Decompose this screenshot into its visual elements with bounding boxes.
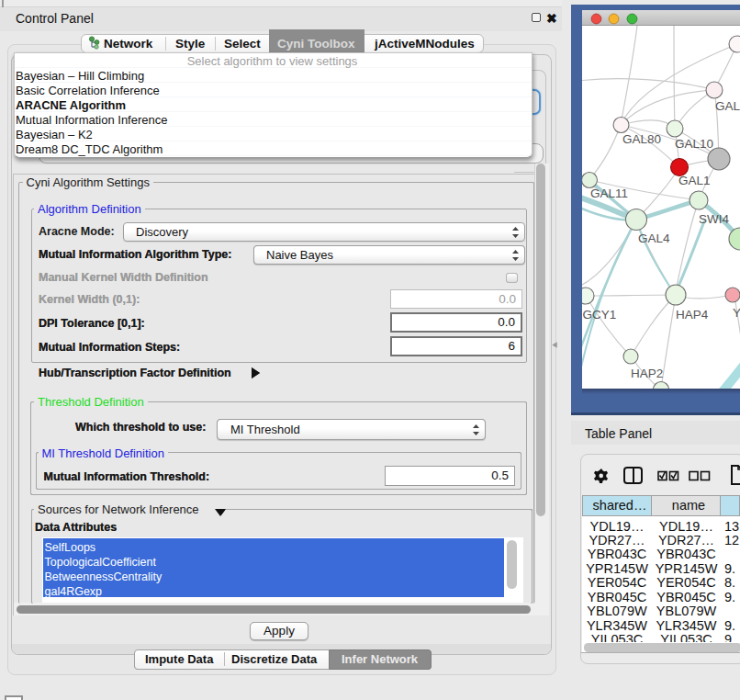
svg-text:GAL: GAL [715, 99, 740, 113]
svg-text:GAL11: GAL11 [590, 186, 628, 200]
svg-text:GAL1: GAL1 [678, 174, 711, 187]
svg-text:GCY1: GCY1 [583, 308, 617, 322]
svg-text:HAP4: HAP4 [676, 308, 709, 322]
svg-text:GAL80: GAL80 [622, 132, 661, 146]
svg-text:GAL10: GAL10 [675, 137, 713, 151]
svg-text:SWI4: SWI4 [699, 212, 729, 226]
svg-text:GAL4: GAL4 [638, 231, 670, 245]
svg-text:HAP2: HAP2 [631, 367, 663, 380]
svg-text:Y: Y [733, 306, 740, 320]
